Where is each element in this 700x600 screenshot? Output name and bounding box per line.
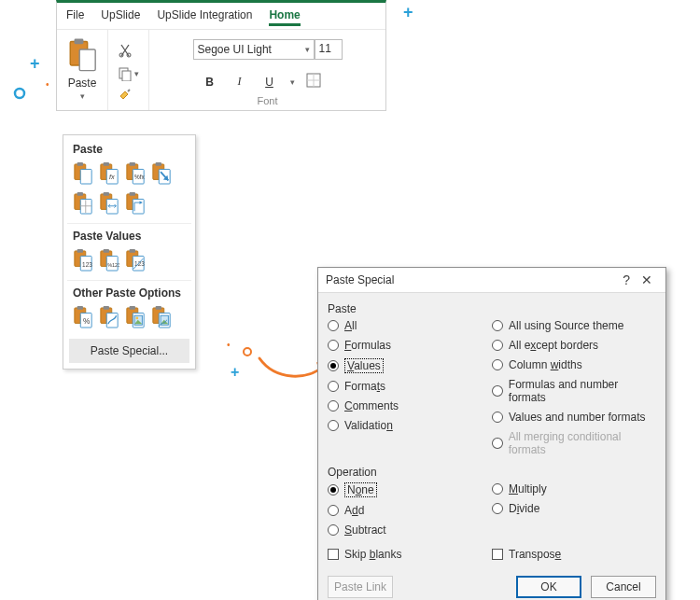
chevron-down-icon: ▾ bbox=[134, 69, 139, 78]
svg-rect-20 bbox=[130, 162, 135, 166]
radio-paste-all-except-borders[interactable]: All except borders bbox=[492, 339, 656, 352]
svg-text:fx: fx bbox=[109, 173, 115, 181]
radio-paste-formulas-and-number-formats[interactable]: Formulas and number formats bbox=[492, 378, 656, 404]
linked-picture-icon[interactable] bbox=[151, 305, 172, 329]
cancel-button[interactable]: Cancel bbox=[591, 576, 656, 598]
paste-special-dialog: Paste Special ? ✕ Paste AllFormulasValue… bbox=[317, 267, 666, 600]
radio-op-multiply[interactable]: Multiply bbox=[492, 482, 656, 495]
radio-op-subtract[interactable]: Subtract bbox=[328, 523, 492, 537]
tab-file[interactable]: File bbox=[66, 7, 84, 23]
svg-rect-8 bbox=[122, 71, 131, 81]
radio-op-divide[interactable]: Divide bbox=[492, 502, 656, 515]
paste-section-header: Paste bbox=[67, 139, 191, 160]
radio-label: Multiply bbox=[509, 482, 547, 495]
dialog-extras: Skip blanks Transpose bbox=[328, 548, 656, 561]
radio-paste-validation[interactable]: Validation bbox=[328, 419, 492, 432]
radio-paste-formats[interactable]: Formats bbox=[328, 380, 492, 393]
paste-formulas-fmt-icon[interactable]: %fx bbox=[125, 161, 146, 186]
svg-rect-4 bbox=[79, 49, 95, 71]
radio-paste-all-merging-conditional-formats: All merging conditional formats bbox=[492, 430, 656, 456]
radio-label: All using Source theme bbox=[509, 319, 623, 332]
transpose-checkbox[interactable]: Transpose bbox=[492, 548, 656, 561]
radio-label: All except borders bbox=[509, 339, 598, 352]
svg-rect-38 bbox=[77, 249, 83, 253]
radio-op-none[interactable]: None bbox=[328, 482, 492, 497]
ribbon-tabs: File UpSlide UpSlide Integration Home bbox=[57, 3, 385, 29]
paste-link-icon[interactable] bbox=[99, 305, 119, 329]
italic-button[interactable]: I bbox=[231, 75, 249, 89]
svg-text:%123: %123 bbox=[107, 262, 119, 268]
radio-label: Subtract bbox=[344, 523, 386, 537]
svg-rect-24 bbox=[156, 162, 161, 166]
radio-icon bbox=[492, 340, 503, 351]
skip-blanks-label: Skip blanks bbox=[344, 548, 401, 561]
tab-upslide[interactable]: UpSlide bbox=[101, 7, 140, 23]
decoration-ring bbox=[9, 70, 56, 117]
svg-text:123: 123 bbox=[82, 261, 92, 268]
radio-paste-comments[interactable]: Comments bbox=[328, 399, 492, 412]
format-painter-icon[interactable] bbox=[118, 87, 139, 105]
radio-paste-column-widths[interactable]: Column widths bbox=[492, 358, 656, 371]
cut-icon[interactable] bbox=[118, 43, 139, 61]
radio-icon bbox=[492, 359, 503, 370]
radio-icon bbox=[492, 412, 503, 423]
radio-label: Divide bbox=[509, 502, 539, 515]
paste-formulas-icon[interactable]: fx bbox=[99, 161, 119, 186]
paste-values-icon-row: 123%123123 bbox=[67, 246, 191, 278]
radio-label: All merging conditional formats bbox=[509, 430, 656, 456]
paste-transpose-icon[interactable] bbox=[125, 191, 146, 216]
radio-paste-values[interactable]: Values bbox=[328, 358, 492, 373]
values-source-fmt-icon[interactable]: 123 bbox=[125, 248, 146, 272]
radio-paste-formulas[interactable]: Formulas bbox=[328, 339, 492, 352]
paste-link-button[interactable]: Paste Link bbox=[328, 576, 393, 598]
chevron-down-icon[interactable]: ▾ bbox=[290, 77, 295, 87]
radio-icon bbox=[492, 320, 503, 331]
paste-icon-row: fx%fx bbox=[67, 160, 191, 221]
radio-icon bbox=[328, 360, 339, 371]
radio-label: Formulas and number formats bbox=[509, 378, 656, 404]
radio-icon bbox=[492, 503, 503, 514]
paste-label: Paste bbox=[68, 77, 97, 90]
radio-icon bbox=[328, 340, 339, 351]
picture-icon[interactable] bbox=[125, 305, 146, 329]
ribbon-body: Paste ▾ ▾ Segoe bbox=[57, 29, 385, 110]
close-button[interactable]: ✕ bbox=[636, 272, 658, 287]
underline-button[interactable]: U bbox=[260, 76, 279, 89]
svg-rect-42 bbox=[104, 249, 109, 253]
bold-button[interactable]: B bbox=[201, 76, 219, 89]
font-size-select[interactable]: 11 bbox=[315, 39, 343, 60]
radio-op-add[interactable]: Add bbox=[328, 504, 492, 517]
copy-icon[interactable]: ▾ bbox=[118, 66, 139, 81]
paste-split-button[interactable]: Paste ▾ bbox=[63, 35, 102, 103]
chevron-down-icon: ▾ bbox=[305, 45, 310, 54]
paste-keep-source-icon[interactable] bbox=[151, 161, 172, 186]
radio-icon bbox=[492, 438, 503, 449]
radio-paste-values-and-number-formats[interactable]: Values and number formats bbox=[492, 411, 656, 424]
paste-col-widths-icon[interactable] bbox=[99, 191, 119, 216]
svg-rect-3 bbox=[75, 39, 84, 45]
radio-label: Values and number formats bbox=[509, 411, 646, 424]
paste-icon[interactable] bbox=[73, 161, 93, 186]
radio-label: Formats bbox=[344, 380, 385, 393]
svg-rect-14 bbox=[80, 169, 91, 184]
radio-icon bbox=[328, 420, 339, 431]
paste-special-menuitem[interactable]: Paste Special... bbox=[69, 339, 189, 363]
tab-upslide-integration[interactable]: UpSlide Integration bbox=[157, 7, 252, 23]
radio-paste-all[interactable]: All bbox=[328, 319, 492, 332]
values-number-fmt-icon[interactable]: %123 bbox=[99, 248, 119, 272]
radio-label: Values bbox=[344, 358, 384, 373]
help-button[interactable]: ? bbox=[617, 272, 636, 287]
values-icon[interactable]: 123 bbox=[73, 248, 93, 272]
decoration-plus: + bbox=[403, 3, 413, 22]
ok-button[interactable]: OK bbox=[516, 576, 581, 598]
borders-button[interactable] bbox=[306, 73, 321, 91]
svg-rect-46 bbox=[130, 249, 135, 253]
skip-blanks-checkbox[interactable]: Skip blanks bbox=[328, 548, 492, 561]
formatting-icon[interactable]: % bbox=[73, 305, 93, 329]
paste-no-borders-icon[interactable] bbox=[73, 191, 93, 216]
font-name-select[interactable]: Segoe UI Light ▾ bbox=[193, 39, 315, 60]
radio-paste-all-using-source-theme[interactable]: All using Source theme bbox=[492, 319, 656, 332]
svg-rect-16 bbox=[104, 162, 109, 166]
transpose-label: Transpose bbox=[509, 548, 561, 561]
tab-home[interactable]: Home bbox=[269, 7, 300, 26]
